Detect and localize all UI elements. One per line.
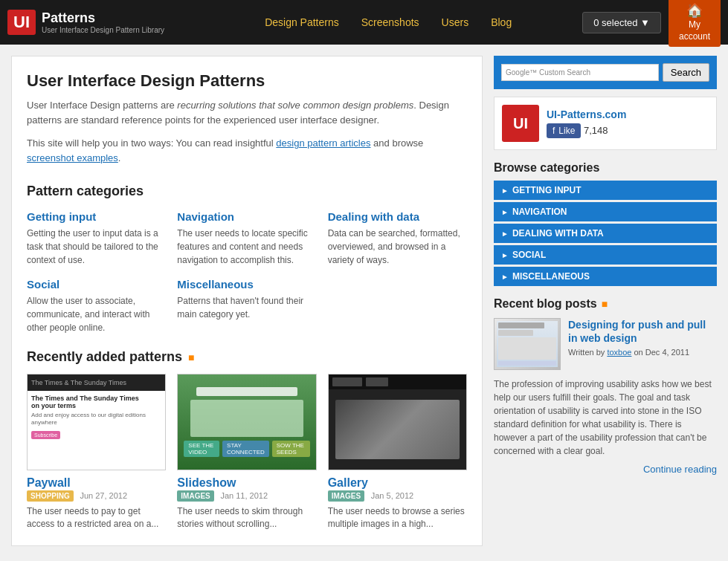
search-button[interactable]: Search bbox=[663, 63, 709, 82]
google-custom-label: Google™ Custom Search bbox=[506, 68, 590, 77]
ui-logo-text: UI bbox=[513, 115, 528, 132]
cat-miscellaneous[interactable]: ► MISCELLANEOUS bbox=[494, 267, 717, 286]
nav-screenshots[interactable]: Screenshots bbox=[361, 16, 419, 28]
recent-post-content: Designing for push and pull in web desig… bbox=[494, 318, 717, 370]
main-nav: Design Patterns Screenshots Users Blog bbox=[194, 16, 582, 28]
category-dealing-with-data-desc: Data can be searched, formatted, overvie… bbox=[328, 227, 467, 267]
post-written-by: Written by bbox=[568, 348, 607, 357]
logo-subtext: User Interface Design Pattern Library bbox=[42, 26, 164, 34]
post-thumbnail bbox=[494, 318, 561, 370]
patterns-grid: The Times & The Sunday Times The Times a… bbox=[27, 374, 467, 531]
sidebar: Google™ Custom Search Search UI UI-Patte… bbox=[494, 56, 717, 546]
logo-text-group: Patterns User Interface Design Pattern L… bbox=[42, 10, 164, 34]
pattern-card-slideshow: SEE THE VIDEO STAY CONNECTED SOW THE SEE… bbox=[177, 374, 316, 531]
recent-posts-label: Recent blog posts bbox=[494, 297, 597, 311]
categories-grid: Getting input Getting the user to input … bbox=[27, 210, 467, 334]
paywall-link[interactable]: Paywall bbox=[27, 476, 71, 489]
gallery-thumbnail bbox=[328, 374, 467, 470]
like-info: UI-Patterns.com f Like 7,148 bbox=[547, 108, 709, 138]
my-account-button[interactable]: 🏠 My account bbox=[669, 0, 721, 47]
slideshow-desc: The user needs to skim through stories w… bbox=[177, 505, 316, 531]
post-by-line: Written by toxboe on Dec 4, 2011 bbox=[568, 348, 717, 357]
category-getting-input-desc: Getting the user to input data is a task… bbox=[27, 227, 166, 267]
gallery-date: Jan 5, 2012 bbox=[371, 491, 414, 500]
browse-categories: Browse categories ► GETTING INPUT ► NAVI… bbox=[494, 161, 717, 286]
pattern-categories-title: Pattern categories bbox=[27, 176, 467, 199]
search-input-wrapper: Google™ Custom Search bbox=[501, 64, 659, 81]
recent-posts: Recent blog posts ■ bbox=[494, 297, 717, 475]
selected-button[interactable]: 0 selected ▼ bbox=[582, 12, 661, 33]
nav-design-patterns[interactable]: Design Patterns bbox=[265, 16, 339, 28]
cat-miscellaneous-label: MISCELLANEOUS bbox=[512, 271, 590, 282]
cat-navigation-label: NAVIGATION bbox=[512, 207, 567, 217]
browse-categories-title: Browse categories bbox=[494, 161, 717, 175]
slideshow-link[interactable]: Slideshow bbox=[177, 476, 236, 489]
gallery-desc: The user needs to browse a series multip… bbox=[328, 505, 467, 531]
recently-added-label: Recently added patterns bbox=[27, 349, 182, 365]
continue-reading-link[interactable]: Continue reading bbox=[494, 464, 717, 475]
rss-icon: ■ bbox=[602, 298, 608, 310]
cat-social-label: SOCIAL bbox=[512, 250, 546, 260]
logo-ui-text: UI bbox=[13, 13, 30, 31]
category-miscellaneous-link[interactable]: Miscellaneous bbox=[177, 278, 254, 291]
search-input[interactable] bbox=[593, 67, 654, 78]
site-name: UI-Patterns.com bbox=[547, 108, 709, 120]
gallery-link[interactable]: Gallery bbox=[328, 476, 368, 489]
cat-dealing-with-data[interactable]: ► DEALING WITH DATA bbox=[494, 224, 717, 243]
cat-getting-input[interactable]: ► GETTING INPUT bbox=[494, 181, 717, 200]
paywall-date: Jun 27, 2012 bbox=[80, 491, 127, 500]
logo-box: UI bbox=[7, 10, 36, 35]
ui-logo-small: UI bbox=[502, 105, 539, 142]
recent-posts-title: Recent blog posts ■ bbox=[494, 297, 717, 311]
slideshow-date: Jan 11, 2012 bbox=[220, 491, 268, 500]
main-wrapper: User Interface Design Patterns User Inte… bbox=[0, 45, 728, 557]
design-pattern-articles-link[interactable]: design pattern articles bbox=[276, 137, 370, 149]
category-getting-input-link[interactable]: Getting input bbox=[27, 210, 96, 223]
post-title-link[interactable]: Designing for push and pull in web desig… bbox=[568, 319, 706, 344]
like-label: Like bbox=[558, 126, 575, 136]
slideshow-tag: IMAGES bbox=[177, 490, 213, 502]
category-social: Social Allow the user to associate, comm… bbox=[27, 278, 166, 334]
screenshot-examples-link[interactable]: screenshot examples bbox=[27, 152, 118, 163]
paywall-thumbnail: The Times & The Sunday Times The Times a… bbox=[27, 374, 166, 470]
intro-text: User Interface Design patterns are recur… bbox=[27, 98, 467, 127]
slideshow-meta: IMAGES Jan 11, 2012 bbox=[177, 490, 316, 502]
category-miscellaneous-desc: Patterns that haven't found their main c… bbox=[177, 294, 316, 321]
cat-dealing-with-data-label: DEALING WITH DATA bbox=[512, 228, 604, 239]
pattern-card-paywall: The Times & The Sunday Times The Times a… bbox=[27, 374, 166, 531]
cat-arrow-icon: ► bbox=[501, 208, 509, 216]
page-title: User Interface Design Patterns bbox=[27, 71, 467, 91]
cat-navigation[interactable]: ► NAVIGATION bbox=[494, 202, 717, 221]
post-author-link[interactable]: toxboe bbox=[607, 348, 631, 357]
cat-getting-input-label: GETTING INPUT bbox=[512, 185, 582, 195]
logo-patterns-text: Patterns bbox=[42, 10, 95, 25]
gallery-meta: IMAGES Jan 5, 2012 bbox=[328, 490, 467, 502]
recently-added-title: Recently added patterns ■ bbox=[27, 349, 467, 365]
logo-area: UI Patterns User Interface Design Patter… bbox=[7, 10, 164, 35]
paywall-tag: SHOPPING bbox=[27, 490, 74, 502]
category-navigation-link[interactable]: Navigation bbox=[177, 210, 234, 223]
cat-arrow-icon: ► bbox=[501, 187, 509, 195]
category-social-desc: Allow the user to associate, communicate… bbox=[27, 294, 166, 334]
paywall-desc: The user needs to pay to get access to a… bbox=[27, 505, 166, 531]
category-social-link[interactable]: Social bbox=[27, 278, 59, 291]
paywall-meta: SHOPPING Jun 27, 2012 bbox=[27, 490, 166, 502]
rss-icon: ■ bbox=[188, 351, 194, 363]
post-thumb-inner bbox=[495, 319, 560, 369]
slideshow-thumbnail: SEE THE VIDEO STAY CONNECTED SOW THE SEE… bbox=[177, 374, 316, 470]
category-dealing-with-data-link[interactable]: Dealing with data bbox=[328, 210, 419, 223]
nav-users[interactable]: Users bbox=[442, 16, 469, 28]
cat-arrow-icon: ► bbox=[501, 230, 509, 238]
post-body: The profession of improving usability as… bbox=[494, 377, 717, 458]
category-dealing-with-data: Dealing with data Data can be searched, … bbox=[328, 210, 467, 267]
nav-blog[interactable]: Blog bbox=[491, 16, 512, 28]
cat-social[interactable]: ► SOCIAL bbox=[494, 245, 717, 265]
my-account-label: My account bbox=[679, 19, 710, 42]
category-navigation-desc: The user needs to locate specific featur… bbox=[177, 227, 316, 267]
like-button[interactable]: f Like bbox=[547, 123, 581, 138]
search-box: Google™ Custom Search Search bbox=[494, 56, 717, 89]
intro-links: This site will help you in two ways: You… bbox=[27, 136, 467, 165]
like-box: UI UI-Patterns.com f Like 7,148 bbox=[494, 97, 717, 150]
house-icon: 🏠 bbox=[677, 2, 712, 19]
category-miscellaneous: Miscellaneous Patterns that haven't foun… bbox=[177, 278, 316, 334]
